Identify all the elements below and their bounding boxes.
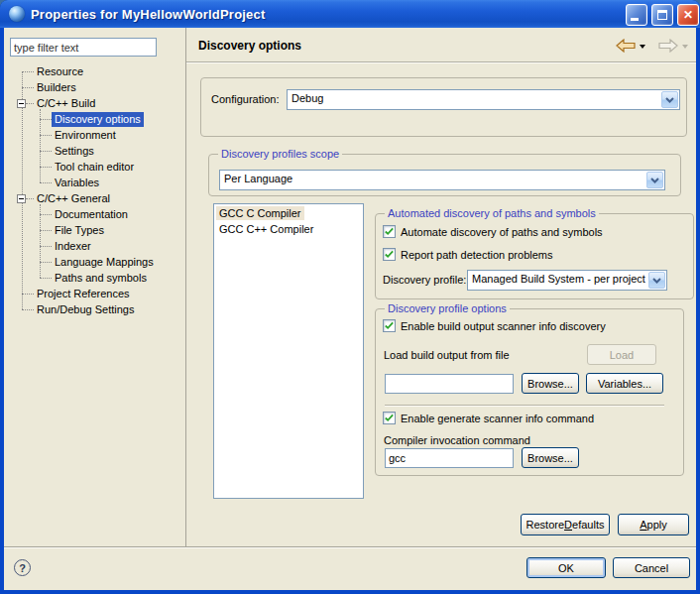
restore-defaults-button[interactable]: Restore Defaults bbox=[521, 514, 610, 535]
filter-input[interactable] bbox=[10, 38, 157, 57]
tree-item-documentation[interactable]: Documentation bbox=[4, 206, 184, 222]
configuration-combo[interactable]: Debug bbox=[287, 89, 680, 110]
tree-item-project-references[interactable]: Project References bbox=[4, 286, 184, 301]
tree-item-run-debug-settings[interactable]: Run/Debug Settings bbox=[4, 301, 184, 317]
maximize-button[interactable] bbox=[651, 4, 673, 26]
check-icon bbox=[384, 226, 395, 237]
configuration-label: Configuration: bbox=[211, 93, 280, 105]
tree-item-settings[interactable]: Settings bbox=[4, 143, 184, 159]
tree-item-builders[interactable]: Builders bbox=[4, 79, 184, 95]
enable-build-output-checkbox[interactable] bbox=[383, 319, 396, 332]
properties-tree: Resource Builders C/C++ Build Discovery … bbox=[4, 63, 184, 317]
configuration-group: Configuration: Debug bbox=[200, 77, 687, 137]
compiler-command-input[interactable] bbox=[385, 448, 514, 468]
load-from-file-label: Load build output from file bbox=[384, 349, 510, 361]
automate-discovery-checkbox[interactable] bbox=[383, 225, 396, 238]
options-separator bbox=[385, 405, 664, 406]
discovery-profile-label: Discovery profile: bbox=[383, 274, 466, 286]
scope-group: Discovery profiles scope Per Language bbox=[208, 154, 681, 196]
back-button[interactable] bbox=[615, 38, 637, 54]
collapse-icon[interactable] bbox=[17, 99, 26, 108]
ok-button[interactable]: OK bbox=[526, 557, 606, 578]
tree-connector bbox=[22, 294, 34, 295]
tree-connector bbox=[26, 103, 34, 104]
tools-list[interactable]: GCC C Compiler GCC C++ Compiler bbox=[213, 203, 364, 499]
tree-item-resource[interactable]: Resource bbox=[4, 63, 184, 79]
enable-build-output-label: Enable build output scanner info discove… bbox=[401, 320, 606, 332]
list-item-gcc-c-compiler[interactable]: GCC C Compiler bbox=[214, 206, 363, 222]
report-path-problems-checkbox[interactable] bbox=[383, 248, 396, 261]
automated-discovery-group: Automated discovery of paths and symbols… bbox=[375, 213, 694, 299]
tree-item-tool-chain-editor[interactable]: Tool chain editor bbox=[4, 159, 184, 175]
header-separator bbox=[186, 61, 696, 62]
tree-item-variables[interactable]: Variables bbox=[4, 175, 184, 190]
tree-item-cpp-build[interactable]: C/C++ Build bbox=[4, 95, 184, 111]
tree-connector bbox=[26, 198, 34, 199]
pane-divider bbox=[185, 28, 186, 546]
footer-separator bbox=[4, 546, 696, 547]
window-title: Properties for MyHellowWorldProject bbox=[31, 7, 265, 22]
tree-item-discovery-options[interactable]: Discovery options bbox=[4, 111, 184, 127]
minimize-button[interactable] bbox=[626, 4, 647, 26]
report-path-problems-label: Report path detection problems bbox=[401, 249, 552, 261]
automated-discovery-group-title: Automated discovery of paths and symbols bbox=[385, 207, 599, 220]
forward-dropdown-icon[interactable] bbox=[682, 45, 688, 49]
tree-connector bbox=[40, 182, 52, 183]
tree-connector bbox=[40, 262, 52, 263]
collapse-icon[interactable] bbox=[17, 194, 26, 203]
load-button[interactable]: Load bbox=[587, 344, 656, 365]
check-icon bbox=[384, 320, 395, 331]
check-icon bbox=[384, 413, 395, 423]
minimize-icon bbox=[631, 18, 639, 21]
tree-connector bbox=[40, 230, 52, 231]
enable-generate-scanner-checkbox[interactable] bbox=[383, 412, 396, 424]
profile-options-group: Discovery profile options Enable build o… bbox=[375, 308, 684, 476]
app-icon bbox=[9, 6, 25, 22]
tree-connector bbox=[40, 246, 52, 247]
back-dropdown-icon[interactable] bbox=[640, 45, 645, 49]
chevron-down-icon[interactable] bbox=[646, 172, 663, 188]
tree-item-environment[interactable]: Environment bbox=[4, 127, 184, 143]
back-arrow-icon bbox=[616, 39, 636, 53]
tree-connector bbox=[40, 214, 52, 215]
apply-button[interactable]: Apply bbox=[618, 514, 689, 535]
close-button[interactable]: ✕ bbox=[677, 4, 699, 26]
chevron-down-icon[interactable] bbox=[648, 272, 665, 289]
profile-options-group-title: Discovery profile options bbox=[385, 302, 510, 315]
tree-item-paths-and-symbols[interactable]: Paths and symbols bbox=[4, 270, 184, 286]
tree-item-cpp-general[interactable]: C/C++ General bbox=[4, 190, 184, 206]
tree-connector bbox=[40, 151, 52, 152]
help-button[interactable]: ? bbox=[14, 559, 31, 576]
chevron-down-icon[interactable] bbox=[661, 91, 678, 108]
tree-connector bbox=[40, 278, 52, 279]
compiler-browse-button[interactable]: Browse... bbox=[522, 447, 579, 468]
page-title: Discovery options bbox=[198, 39, 301, 53]
forward-arrow-icon bbox=[658, 39, 678, 53]
cancel-button[interactable]: Cancel bbox=[613, 557, 690, 578]
tree-connector bbox=[40, 135, 52, 136]
forward-button[interactable] bbox=[657, 38, 679, 54]
browse-button[interactable]: Browse... bbox=[522, 373, 579, 394]
enable-generate-scanner-label: Enable generate scanner info command bbox=[401, 413, 594, 424]
title-bar[interactable]: Properties for MyHellowWorldProject ✕ bbox=[0, 0, 700, 28]
discovery-profile-combo[interactable]: Managed Build System - per project bbox=[467, 270, 667, 291]
check-icon bbox=[384, 249, 395, 260]
tree-connector bbox=[22, 87, 34, 88]
properties-dialog: Properties for MyHellowWorldProject ✕ Re… bbox=[0, 0, 700, 594]
variables-button[interactable]: Variables... bbox=[586, 373, 663, 394]
scope-combo[interactable]: Per Language bbox=[219, 170, 665, 190]
compiler-command-label: Compiler invocation command bbox=[384, 434, 530, 446]
dialog-body: Resource Builders C/C++ Build Discovery … bbox=[4, 28, 696, 590]
build-output-file-input[interactable] bbox=[385, 374, 514, 394]
tree-connector bbox=[22, 71, 34, 72]
maximize-icon bbox=[657, 10, 667, 20]
scope-group-title: Discovery profiles scope bbox=[218, 148, 342, 161]
tree-item-file-types[interactable]: File Types bbox=[4, 222, 184, 238]
tree-connector bbox=[40, 167, 52, 168]
tree-connector bbox=[40, 119, 52, 120]
tree-item-indexer[interactable]: Indexer bbox=[4, 238, 184, 254]
close-icon: ✕ bbox=[678, 7, 698, 23]
list-item-gcc-cpp-compiler[interactable]: GCC C++ Compiler bbox=[214, 222, 363, 238]
automate-discovery-label: Automate discovery of paths and symbols bbox=[401, 226, 603, 238]
tree-item-language-mappings[interactable]: Language Mappings bbox=[4, 254, 184, 270]
